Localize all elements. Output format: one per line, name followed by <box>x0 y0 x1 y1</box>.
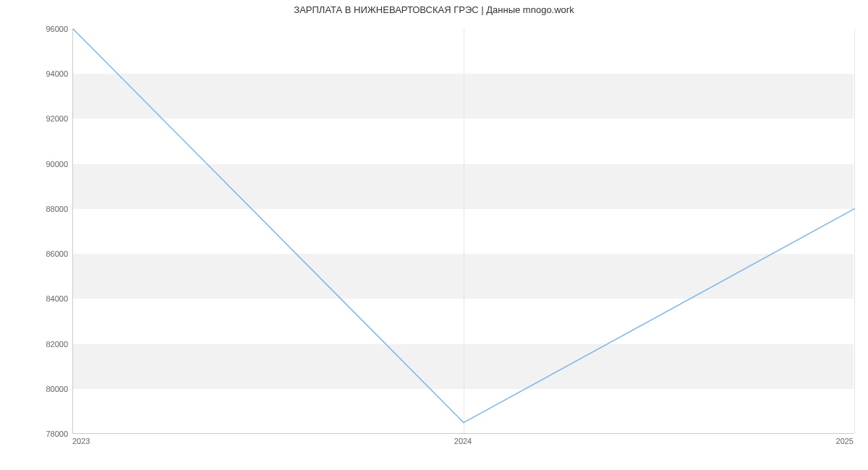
y-tick-label: 90000 <box>3 160 68 168</box>
y-tick-label: 86000 <box>3 249 68 258</box>
y-tick-label: 80000 <box>3 385 68 393</box>
y-tick-label: 84000 <box>3 294 68 303</box>
x-tick-label: 2023 <box>72 437 90 445</box>
y-tick-label: 78000 <box>3 430 68 438</box>
y-tick-label: 88000 <box>3 205 68 213</box>
chart-container: ЗАРПЛАТА В НИЖНЕВАРТОВСКАЯ ГРЭС | Данные… <box>0 0 868 470</box>
line-series-svg <box>73 29 854 433</box>
x-tick-label: 2024 <box>454 437 472 445</box>
x-gridline <box>854 29 855 433</box>
y-tick-label: 94000 <box>3 69 68 78</box>
y-tick-label: 92000 <box>3 114 68 123</box>
y-tick-label: 82000 <box>3 340 68 349</box>
x-tick-label: 2025 <box>836 437 854 445</box>
y-tick-label: 96000 <box>3 25 68 33</box>
plot-area <box>72 29 854 434</box>
chart-title: ЗАРПЛАТА В НИЖНЕВАРТОВСКАЯ ГРЭС | Данные… <box>0 4 868 15</box>
series-line-salary <box>73 29 854 422</box>
